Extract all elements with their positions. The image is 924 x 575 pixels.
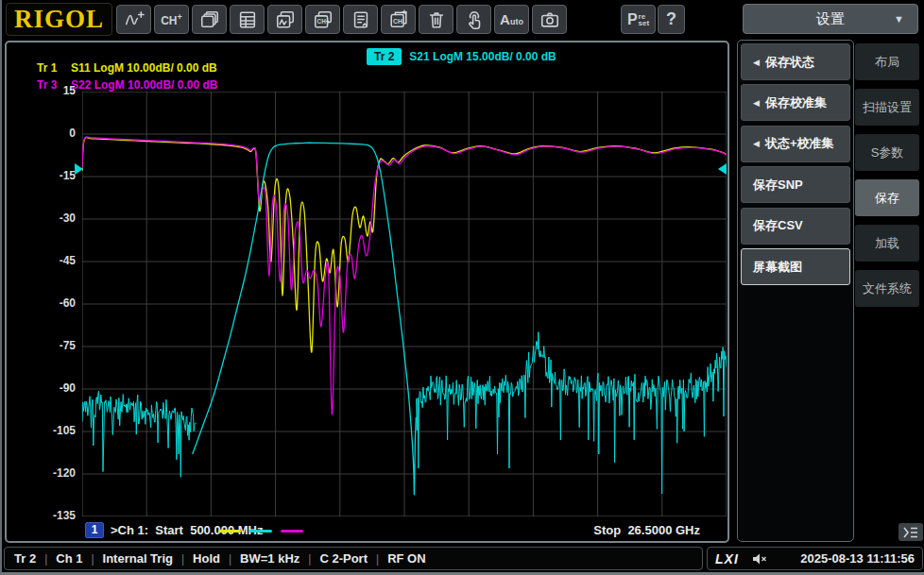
status-item-3: Internal Trig xyxy=(103,551,173,566)
y-axis-tick: -105 xyxy=(9,424,76,437)
stack-channel-icon: CH+ xyxy=(313,9,334,30)
status-left-segment: Tr 2|Ch 1|Internal Trig|Hold|BW=1 kHz|C … xyxy=(4,547,703,570)
trace-color-legend xyxy=(218,530,303,533)
status-separator: | xyxy=(181,552,184,566)
add-trace-button[interactable] xyxy=(116,5,151,34)
status-right-segment: LXI 2025-08-13 11:11:56 xyxy=(707,547,923,570)
submenu-item-1[interactable]: ◀保存状态 xyxy=(741,43,850,80)
help-icon: ? xyxy=(666,9,676,29)
datetime-display: 2025-08-13 11:11:56 xyxy=(800,551,915,566)
status-separator: | xyxy=(44,552,47,566)
stack-channel-button[interactable]: CH+ xyxy=(305,5,340,34)
stack-trace-button[interactable] xyxy=(267,5,302,34)
vna-screen: RIGOL CH+CH+CHAuto P re set ? Tr 1S11 Lo… xyxy=(0,0,924,575)
delete-icon xyxy=(426,9,447,30)
collapse-menu-icon xyxy=(903,527,918,538)
channel-copy-icon: CH xyxy=(388,9,409,30)
add-trace-icon xyxy=(124,9,145,30)
status-bar: Tr 2|Ch 1|Internal Trig|Hold|BW=1 kHz|C … xyxy=(2,545,924,572)
trace-s21-noise xyxy=(417,332,727,494)
channel-table-button[interactable] xyxy=(230,5,265,34)
tab-4[interactable]: 保存 xyxy=(855,179,919,216)
preset-button[interactable]: P re set xyxy=(621,5,656,34)
y-axis-tick: -60 xyxy=(9,296,76,310)
settings-label: 设置 xyxy=(816,10,845,28)
y-axis-tick: 0 xyxy=(9,127,76,140)
status-item-2: Ch 1 xyxy=(56,551,82,566)
submenu-item-label: 保存SNP xyxy=(753,177,803,194)
trace2-label[interactable]: Tr 2S21 LogM 15.00dB/ 0.00 dB xyxy=(367,50,556,63)
submenu-item-3[interactable]: ◀状态+校准集 xyxy=(741,126,850,162)
window-layout-button[interactable] xyxy=(192,5,227,34)
y-axis-tick: -90 xyxy=(9,381,76,395)
submenu-item-5[interactable]: 保存CSV xyxy=(741,208,850,245)
submenu-item-label: 保存CSV xyxy=(753,217,803,234)
svg-text:CH+: CH+ xyxy=(317,18,329,25)
status-separator: | xyxy=(91,552,94,566)
submenu-item-label: 保存状态 xyxy=(765,54,814,71)
channel-badge: 1 xyxy=(85,522,104,538)
menu-collapse-button[interactable] xyxy=(898,523,923,541)
trace3-settings: S22 LogM 10.00dB/ 0.00 dB xyxy=(71,78,217,92)
submenu-item-label: 状态+校准集 xyxy=(765,135,834,152)
status-separator: | xyxy=(229,552,231,566)
screenshot-button[interactable] xyxy=(532,5,567,34)
stop-frequency-label[interactable]: Stop 26.5000 GHz xyxy=(568,523,700,537)
status-item-1: Tr 2 xyxy=(14,551,36,566)
graph-panel: Tr 1S11 LogM 10.00dB/ 0.00 dB Tr 3S22 Lo… xyxy=(5,41,729,543)
add-channel-button[interactable]: CH+ xyxy=(154,5,189,34)
y-axis-tick: -75 xyxy=(9,339,76,352)
chevron-down-icon: ▼ xyxy=(894,13,904,25)
touch-button[interactable] xyxy=(456,5,491,34)
measure-setup-icon xyxy=(351,9,371,30)
preset-icon: P xyxy=(627,11,638,28)
tab-1[interactable]: 布局 xyxy=(855,43,919,80)
status-item-6: C 2-Port xyxy=(319,551,368,566)
submenu-item-2[interactable]: ◀保存校准集 xyxy=(741,84,850,121)
delete-button[interactable] xyxy=(419,5,453,34)
y-axis-tick: -135 xyxy=(9,509,76,522)
tab-2[interactable]: 扫描设置 xyxy=(855,89,919,126)
settings-dropdown[interactable]: 设置 ▼ xyxy=(743,4,918,34)
speaker-muted-icon xyxy=(752,552,767,566)
screenshot-icon xyxy=(539,9,560,30)
status-item-5: BW=1 kHz xyxy=(240,551,299,566)
auto-scale-button[interactable]: Auto xyxy=(494,5,529,34)
ref-level-marker-left xyxy=(75,163,83,175)
add-channel-icon: CH+ xyxy=(161,13,182,26)
ref-level-marker-right xyxy=(718,163,727,175)
status-separator: | xyxy=(376,552,379,566)
submenu-arrow-icon: ◀ xyxy=(753,98,760,108)
submenu-arrow-icon: ◀ xyxy=(753,58,760,67)
y-axis-tick: -45 xyxy=(9,254,76,267)
submenu-arrow-icon: ◀ xyxy=(753,139,760,148)
tab-6[interactable]: 文件系统 xyxy=(855,270,919,307)
submenu-item-4[interactable]: 保存SNP xyxy=(741,166,850,203)
channel-copy-button[interactable]: CH xyxy=(381,5,416,34)
y-axis-tick: -120 xyxy=(9,466,76,480)
stack-trace-icon xyxy=(275,9,296,30)
sidebar: 设置 ▼ ◀保存状态◀保存校准集◀状态+校准集保存SNP保存CSV屏幕截图 布局… xyxy=(733,0,924,545)
s-parameter-plot[interactable] xyxy=(82,92,727,516)
submenu-item-label: 保存校准集 xyxy=(765,94,827,111)
submenu-item-label: 屏幕截图 xyxy=(753,259,802,276)
trace-s21 xyxy=(193,143,417,495)
active-trace-badge: Tr 2 xyxy=(367,48,402,65)
status-item-7: RF ON xyxy=(387,551,425,566)
status-separator: | xyxy=(308,552,311,566)
auto-scale-icon: Auto xyxy=(500,12,523,26)
trace2-color-line xyxy=(249,530,272,533)
submenu-item-6[interactable]: 屏幕截图 xyxy=(741,248,850,285)
tab-3[interactable]: S参数 xyxy=(855,134,919,171)
preset-label-bottom: set xyxy=(639,20,650,26)
measure-setup-button[interactable] xyxy=(343,5,378,34)
lxi-logo: LXI xyxy=(715,551,739,567)
rigol-logo: RIGOL xyxy=(6,3,112,36)
trace-s21-noise xyxy=(82,391,197,477)
help-button[interactable]: ? xyxy=(658,5,685,34)
trace3-color-line xyxy=(281,530,303,533)
tab-5[interactable]: 加载 xyxy=(855,225,919,262)
channel-table-icon xyxy=(237,9,258,30)
y-axis-tick: 15 xyxy=(9,84,76,97)
trace1-color-line xyxy=(218,530,241,533)
